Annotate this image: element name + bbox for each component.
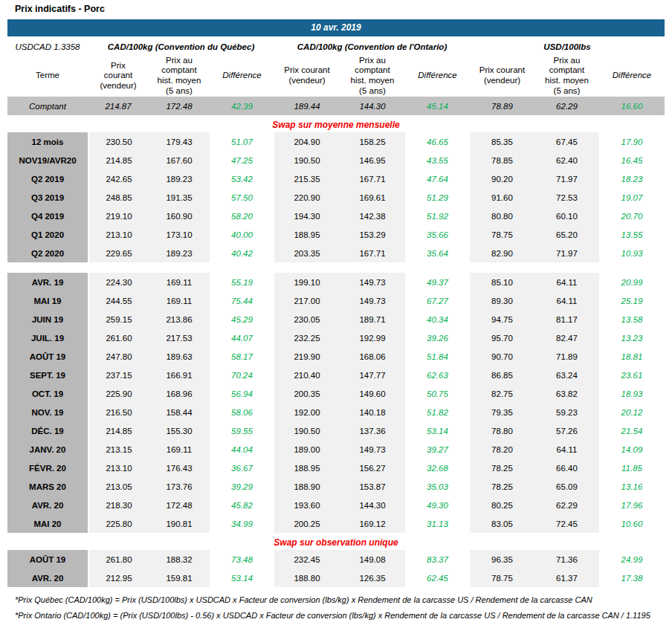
difference-cell: 39.27 [405,440,470,459]
difference-cell: 51.07 [210,132,274,151]
price-cell: 210.40 [274,366,340,384]
price-cell: 192.00 [274,403,340,421]
difference-cell: 21.54 [599,421,665,440]
price-cell: 81.17 [534,310,599,328]
price-cell: 71.97 [534,169,599,188]
price-cell: 158.25 [340,132,405,151]
price-cell: 90.20 [470,169,534,188]
price-cell: 167.60 [149,151,210,169]
price-cell: 166.91 [149,366,210,384]
price-cell: 213.10 [88,459,149,477]
difference-cell: 47.64 [405,169,470,188]
term-cell: Q1 2020 [7,225,88,244]
price-cell: 203.35 [274,244,340,262]
table-row: JUIL. 19261.60217.5344.07232.25192.9939.… [7,328,665,347]
difference-cell: 36.67 [210,459,274,477]
spot-row: Comptant214.87172.4842.39189.44144.3045.… [7,97,665,115]
term-cell: Comptant [7,97,88,115]
price-cell: 94.75 [470,310,534,328]
price-cell: 96.35 [470,550,534,569]
difference-cell: 53.14 [210,569,274,587]
price-cell: 224.30 [88,273,149,291]
price-cell: 229.65 [88,244,149,262]
price-cell: 153.87 [340,477,405,496]
price-cell: 188.95 [274,225,340,244]
price-cell: 179.43 [149,132,210,151]
price-cell: 167.71 [340,244,405,262]
price-cell: 82.47 [534,328,599,347]
term-cell: DÉC. 19 [7,421,88,440]
difference-cell: 50.75 [405,384,470,403]
difference-cell: 57.50 [210,188,274,207]
group-header-quebec: CAD/100kg (Convention du Québec) [88,39,274,55]
term-cell: MARS 20 [7,477,88,496]
term-cell: MAI 20 [7,514,88,533]
table-row: Q2 2020229.65189.2340.42203.35167.7135.6… [7,244,665,262]
difference-cell: 20.12 [599,403,665,421]
table-row: Q2 2019242.65189.2353.42215.35167.7147.6… [7,169,665,188]
term-cell: MAI 19 [7,291,88,310]
term-cell: FÉVR. 20 [7,459,88,477]
table-row: AOÛT 19261.80188.3273.48232.45149.0883.3… [7,550,665,569]
block-spacer [7,262,665,273]
term-cell: 12 mois [7,132,88,151]
price-cell: 242.65 [88,169,149,188]
term-cell: JUIL. 19 [7,328,88,347]
price-cell: 192.99 [340,328,405,347]
page-title: Prix indicatifs - Porc [15,4,665,14]
price-cell: 90.70 [470,347,534,366]
price-cell: 78.75 [470,569,534,587]
price-cell: 191.35 [149,188,210,207]
price-cell: 126.35 [340,569,405,587]
price-cell: 146.95 [340,151,405,169]
price-cell: 89.30 [470,291,534,310]
difference-cell: 19.07 [599,188,665,207]
difference-cell: 39.26 [405,328,470,347]
price-cell: 225.90 [88,384,149,403]
price-cell: 189.23 [149,169,210,188]
term-cell: NOV19/AVR20 [7,151,88,169]
price-cell: 62.29 [534,97,599,115]
price-cell: 169.11 [149,273,210,291]
price-cell: 140.18 [340,403,405,421]
price-cell: 169.11 [149,440,210,459]
price-cell: 59.23 [534,403,599,421]
term-cell: Q4 2019 [7,207,88,225]
difference-cell: 40.42 [210,244,274,262]
price-cell: 189.63 [149,347,210,366]
price-cell: 248.85 [88,188,149,207]
difference-cell: 62.63 [405,366,470,384]
difference-cell: 53.42 [210,169,274,188]
difference-cell: 10.60 [599,514,665,533]
term-cell: Q3 2019 [7,188,88,207]
price-cell: 149.60 [340,384,405,403]
difference-cell: 35.66 [405,225,470,244]
price-cell: 204.90 [274,132,340,151]
term-cell: JUIN 19 [7,310,88,328]
difference-cell: 32.68 [405,459,470,477]
difference-cell: 35.03 [405,477,470,496]
difference-cell: 45.14 [405,97,470,115]
price-cell: 78.80 [470,421,534,440]
price-cell: 80.80 [470,207,534,225]
price-cell: 214.85 [88,151,149,169]
price-cell: 200.25 [274,514,340,533]
difference-cell: 13.58 [599,310,665,328]
difference-cell: 44.04 [210,440,274,459]
price-cell: 261.60 [88,328,149,347]
price-cell: 216.50 [88,403,149,421]
table-row: JANV. 20213.15169.1144.04189.00149.7339.… [7,440,665,459]
table-row: Q1 2020213.10173.1040.00188.95153.2935.6… [7,225,665,244]
price-cell: 85.35 [470,132,534,151]
price-cell: 149.08 [340,550,405,569]
table-row: 12 mois230.50179.4351.07204.90158.2546.6… [7,132,665,151]
price-cell: 71.89 [534,347,599,366]
term-cell: Q2 2020 [7,244,88,262]
price-cell: 83.05 [470,514,534,533]
table-row: Q3 2019248.85191.3557.50220.90169.6151.2… [7,188,665,207]
term-cell: AVR. 19 [7,273,88,291]
price-cell: 220.90 [274,188,340,207]
price-cell: 91.60 [470,188,534,207]
footnotes: *Prix Québec (CAD/100kg) = Prix (USD/100… [15,592,665,624]
price-cell: 61.37 [534,569,599,587]
